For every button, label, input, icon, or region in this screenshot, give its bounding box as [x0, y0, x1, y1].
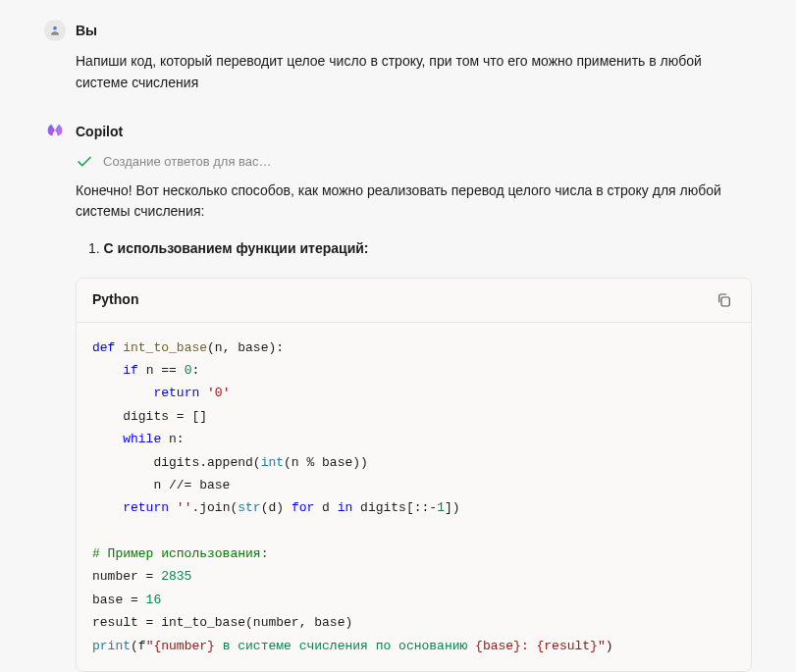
generation-status: Создание ответов для вас… [76, 152, 752, 172]
list-item-title: С использованием функции итераций: [104, 240, 369, 256]
code-language-label: Python [92, 289, 138, 311]
code-header: Python [77, 279, 751, 323]
assistant-header: Copilot [44, 121, 752, 142]
user-header: Вы [44, 20, 752, 41]
checkmark-icon [76, 153, 93, 171]
assistant-name-label: Copilot [76, 124, 123, 139]
code-block: Python def int_to_base(n, base): if n ==… [76, 278, 752, 672]
method-list-item: 1. С использованием функции итераций: [88, 238, 752, 260]
copy-code-button[interactable] [714, 289, 735, 311]
assistant-message: Copilot Создание ответов для вас… Конечн… [44, 121, 752, 672]
list-marker: 1. [88, 240, 100, 256]
copilot-avatar-icon [44, 121, 66, 142]
status-text: Создание ответов для вас… [103, 152, 272, 172]
code-body[interactable]: def int_to_base(n, base): if n == 0: ret… [77, 323, 751, 671]
user-message-text: Напиши код, который переводит целое числ… [76, 51, 752, 93]
user-name-label: Вы [76, 23, 97, 38]
copy-icon [716, 291, 733, 309]
user-message: Вы Напиши код, который переводит целое ч… [44, 20, 752, 93]
svg-rect-1 [721, 297, 729, 306]
assistant-intro-text: Конечно! Вот несколько способов, как мож… [76, 181, 752, 223]
svg-point-0 [53, 26, 57, 30]
user-avatar-icon [44, 20, 66, 41]
